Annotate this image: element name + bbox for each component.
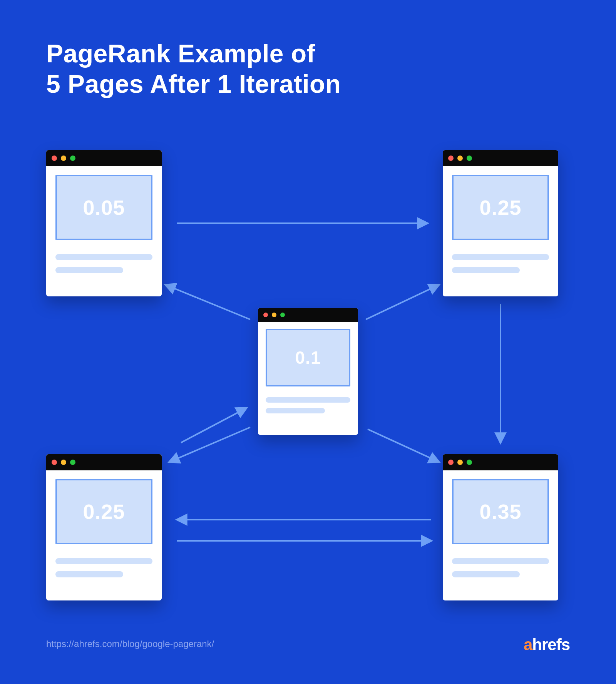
traffic-light-green-icon — [280, 313, 285, 317]
window-titlebar — [258, 308, 358, 322]
page-card-center: 0.1 — [258, 308, 358, 435]
card-body: 0.1 — [258, 322, 358, 419]
card-body: 0.25 — [46, 470, 162, 584]
page-card-bottom-left: 0.25 — [46, 454, 162, 600]
card-body: 0.25 — [443, 166, 558, 280]
placeholder-bar — [452, 571, 520, 577]
source-url: https://ahrefs.com/blog/google-pagerank/ — [46, 639, 214, 649]
value-panel: 0.25 — [452, 175, 549, 240]
placeholder-lines — [266, 397, 350, 419]
placeholder-bar — [266, 408, 325, 413]
placeholder-bar — [266, 397, 350, 403]
placeholder-lines — [452, 254, 549, 280]
pagerank-value: 0.1 — [295, 347, 321, 368]
pagerank-value: 0.25 — [479, 196, 521, 219]
arrow-d-to-c — [181, 408, 246, 443]
page-card-top-left: 0.05 — [46, 150, 162, 296]
title-line-1: PageRank Example of — [46, 38, 341, 69]
placeholder-bar — [55, 571, 123, 577]
pagerank-value: 0.25 — [83, 500, 125, 523]
window-titlebar — [443, 150, 558, 166]
placeholder-lines — [55, 558, 152, 584]
diagram-stage: PageRank Example of 5 Pages After 1 Iter… — [0, 0, 616, 684]
brand-rest: hrefs — [532, 636, 570, 654]
arrow-c-to-a — [166, 285, 250, 319]
traffic-light-yellow-icon — [457, 156, 463, 161]
traffic-light-green-icon — [70, 156, 75, 161]
traffic-light-yellow-icon — [272, 313, 276, 317]
placeholder-bar — [452, 558, 549, 564]
traffic-light-red-icon — [448, 156, 454, 161]
traffic-light-red-icon — [448, 460, 454, 465]
placeholder-bar — [55, 267, 123, 273]
traffic-light-yellow-icon — [61, 460, 66, 465]
window-titlebar — [443, 454, 558, 470]
traffic-light-yellow-icon — [61, 156, 66, 161]
placeholder-lines — [452, 558, 549, 584]
traffic-light-green-icon — [467, 156, 472, 161]
pagerank-value: 0.05 — [83, 196, 125, 219]
title-line-2: 5 Pages After 1 Iteration — [46, 69, 341, 99]
card-body: 0.35 — [443, 470, 558, 584]
value-panel: 0.1 — [266, 329, 350, 386]
arrow-c-to-e — [368, 429, 439, 462]
value-panel: 0.25 — [55, 479, 152, 544]
card-body: 0.05 — [46, 166, 162, 280]
traffic-light-green-icon — [70, 460, 75, 465]
traffic-light-green-icon — [467, 460, 472, 465]
placeholder-lines — [55, 254, 152, 280]
traffic-light-yellow-icon — [457, 460, 463, 465]
traffic-light-red-icon — [52, 460, 57, 465]
placeholder-bar — [452, 267, 520, 273]
brand-logo: ahrefs — [524, 636, 570, 654]
brand-accent: a — [524, 636, 532, 654]
placeholder-bar — [55, 558, 152, 564]
pagerank-value: 0.35 — [479, 500, 521, 523]
traffic-light-red-icon — [52, 156, 57, 161]
window-titlebar — [46, 150, 162, 166]
page-card-top-right: 0.25 — [443, 150, 558, 296]
diagram-title: PageRank Example of 5 Pages After 1 Iter… — [46, 38, 341, 99]
page-card-bottom-right: 0.35 — [443, 454, 558, 600]
value-panel: 0.35 — [452, 479, 549, 544]
value-panel: 0.05 — [55, 175, 152, 240]
placeholder-bar — [452, 254, 549, 260]
placeholder-bar — [55, 254, 152, 260]
arrow-c-to-b — [366, 285, 439, 319]
arrow-c-to-d — [169, 427, 250, 462]
window-titlebar — [46, 454, 162, 470]
traffic-light-red-icon — [263, 313, 268, 317]
